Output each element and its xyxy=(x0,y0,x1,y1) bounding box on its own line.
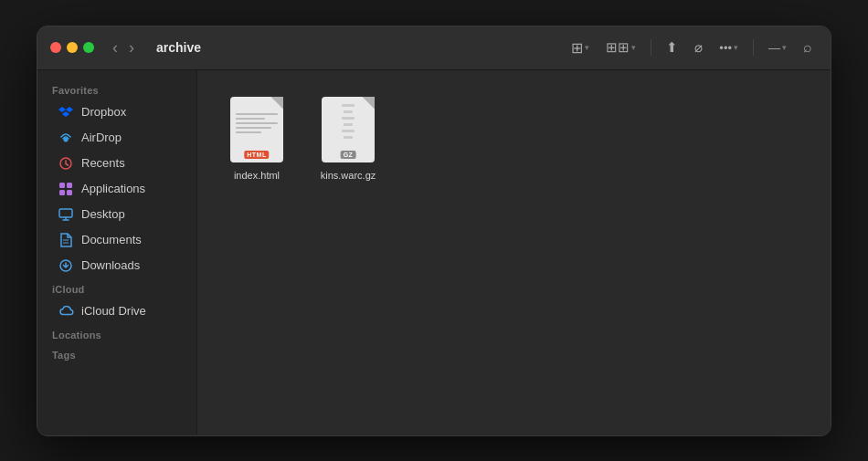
tag-icon: ⌀ xyxy=(694,39,703,56)
sidebar-item-label: Dropbox xyxy=(81,105,126,119)
group-view-button[interactable]: ⊞⊞ ▾ xyxy=(600,36,641,59)
svg-rect-6 xyxy=(59,209,72,217)
file-name: kins.warc.gz xyxy=(321,169,376,182)
sidebar-item-label: Applications xyxy=(81,182,145,195)
group-chevron-icon: ▾ xyxy=(631,43,636,52)
svg-rect-4 xyxy=(59,190,65,195)
sort-chevron-icon: ▾ xyxy=(782,43,787,52)
svg-rect-5 xyxy=(67,190,72,195)
sidebar-item-desktop[interactable]: Desktop xyxy=(43,202,191,227)
search-icon: ⌕ xyxy=(803,39,812,56)
sidebar-item-label: iCloud Drive xyxy=(81,304,146,318)
sidebar-item-airdrop[interactable]: AirDrop xyxy=(43,125,191,151)
file-icon-html: HTML xyxy=(229,96,284,163)
search-button[interactable]: ⌕ xyxy=(798,36,818,59)
file-item[interactable]: GZ kins.warc.gz xyxy=(307,89,389,189)
sidebar-item-downloads[interactable]: Downloads xyxy=(43,253,191,278)
sidebar-item-icloud-drive[interactable]: iCloud Drive xyxy=(43,299,191,324)
finder-window: ‹ › archive ⊞ ▾ ⊞⊞ ▾ ⬆ ⌀ ••• xyxy=(37,26,831,436)
toolbar-divider-2 xyxy=(753,39,754,56)
share-icon: ⬆ xyxy=(666,39,678,56)
more-button[interactable]: ••• ▾ xyxy=(714,37,744,58)
forward-button[interactable]: › xyxy=(125,37,138,58)
more-icon: ••• xyxy=(719,41,732,55)
sidebar-item-recents[interactable]: Recents xyxy=(43,151,191,176)
minimize-button[interactable] xyxy=(67,42,78,53)
more-chevron-icon: ▾ xyxy=(734,43,738,52)
applications-icon xyxy=(58,181,74,197)
file-item[interactable]: HTML index.html xyxy=(216,89,298,189)
downloads-icon xyxy=(58,257,74,274)
recents-icon xyxy=(58,155,74,172)
svg-rect-3 xyxy=(67,183,72,188)
traffic-lights xyxy=(50,42,94,53)
sidebar-item-documents[interactable]: Documents xyxy=(43,227,191,253)
view-chevron-icon: ▾ xyxy=(585,43,589,52)
group-icon: ⊞⊞ xyxy=(606,39,630,56)
sidebar-item-label: Downloads xyxy=(81,258,140,272)
sidebar-item-label: Recents xyxy=(81,156,125,170)
sidebar: Favorites Dropbox xyxy=(37,70,197,435)
file-icon-gz: GZ xyxy=(321,96,376,163)
sidebar-item-label: Desktop xyxy=(81,207,125,221)
content-area: HTML index.html xyxy=(197,70,831,435)
window-title: archive xyxy=(156,40,201,55)
view-icon-button[interactable]: ⊞ ▾ xyxy=(566,36,595,60)
toolbar-divider xyxy=(651,39,651,56)
maximize-button[interactable] xyxy=(83,42,94,53)
desktop-icon xyxy=(58,206,74,223)
grid-view-icon: ⊞ xyxy=(571,39,583,57)
locations-label: Locations xyxy=(37,324,196,344)
airdrop-icon xyxy=(58,130,74,146)
sort-button[interactable]: — ▾ xyxy=(763,37,792,58)
sidebar-item-label: AirDrop xyxy=(81,131,122,144)
toolbar-actions: ⊞ ▾ ⊞⊞ ▾ ⬆ ⌀ ••• ▾ — ▾ xyxy=(566,36,818,60)
favorites-label: Favorites xyxy=(37,79,196,100)
tags-label: Tags xyxy=(37,344,196,364)
back-button[interactable]: ‹ xyxy=(109,37,122,58)
sidebar-item-applications[interactable]: Applications xyxy=(43,176,191,202)
dropbox-icon xyxy=(58,104,74,120)
file-type-badge: GZ xyxy=(341,151,356,159)
file-type-badge: HTML xyxy=(244,151,269,159)
documents-icon xyxy=(58,232,74,248)
sort-icon: — xyxy=(768,41,780,55)
icloud-label: iCloud xyxy=(37,278,196,299)
tag-button[interactable]: ⌀ xyxy=(689,36,708,59)
nav-buttons: ‹ › xyxy=(109,37,138,58)
svg-rect-2 xyxy=(59,183,65,188)
share-button[interactable]: ⬆ xyxy=(661,36,683,59)
sidebar-item-label: Documents xyxy=(81,233,142,246)
icloud-drive-icon xyxy=(58,303,74,320)
toolbar: ‹ › archive ⊞ ▾ ⊞⊞ ▾ ⬆ ⌀ ••• xyxy=(37,26,831,70)
sidebar-item-dropbox[interactable]: Dropbox xyxy=(43,100,191,125)
close-button[interactable] xyxy=(50,42,61,53)
main-area: Favorites Dropbox xyxy=(37,70,831,435)
file-name: index.html xyxy=(234,169,280,182)
